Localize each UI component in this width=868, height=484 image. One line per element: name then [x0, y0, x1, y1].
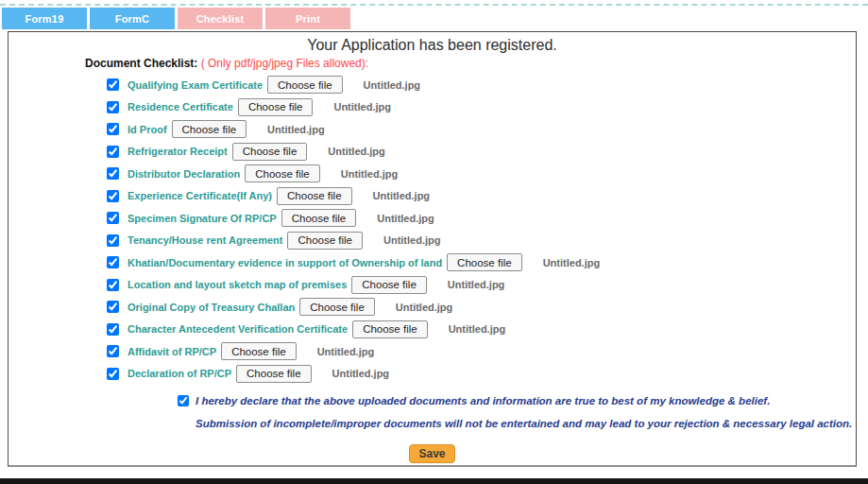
- item-label: Original Copy of Treasury Challan: [128, 302, 295, 313]
- item-label: Khatian/Documentary evidence in support …: [128, 257, 442, 268]
- tab-checklist[interactable]: Checklist: [178, 8, 263, 29]
- item-filename: Untitled.jpg: [449, 323, 506, 335]
- item-checkbox[interactable]: [107, 78, 119, 91]
- save-button-container: Save: [9, 444, 856, 463]
- checklist-row: Specimen Signature Of RP/CP Choose file …: [107, 207, 856, 230]
- checklist-row: Distributor Declaration Choose file Unti…: [107, 163, 856, 185]
- item-filename: Untitled.jpg: [341, 168, 399, 180]
- item-label: Experience Certificate(If Any): [128, 190, 272, 201]
- item-filename: Untitled.jpg: [364, 79, 421, 91]
- item-checkbox[interactable]: [107, 146, 119, 158]
- choose-file-button[interactable]: Choose file: [447, 253, 522, 271]
- checklist-row: Id Proof Choose file Untitled.jpg: [107, 118, 856, 141]
- tab-formc[interactable]: FormC: [90, 8, 175, 29]
- declaration-checkbox[interactable]: [178, 395, 189, 406]
- declaration-warning: Submission of incomplete/improper docume…: [196, 418, 852, 429]
- item-filename: Untitled.jpg: [267, 124, 325, 135]
- checklist-row: Affidavit of RP/CP Choose file Untitled.…: [107, 340, 856, 363]
- item-filename: Untitled.jpg: [396, 302, 453, 313]
- item-label: Tenancy/House rent Agreement: [128, 234, 282, 246]
- item-checkbox[interactable]: [107, 301, 119, 313]
- item-label: Distributor Declaration: [128, 168, 240, 180]
- item-checkbox[interactable]: [107, 345, 119, 357]
- choose-file-button[interactable]: Choose file: [299, 298, 375, 316]
- checklist-row: Residence Certificate Choose file Untitl…: [107, 96, 856, 119]
- item-checkbox[interactable]: [107, 101, 119, 113]
- item-filename: Untitled.jpg: [332, 368, 390, 379]
- page-title: Your Application has been registered.: [9, 36, 856, 54]
- item-label: Residence Certificate: [128, 101, 233, 112]
- tab-print[interactable]: Print: [265, 8, 350, 29]
- item-checkbox[interactable]: [107, 212, 119, 224]
- item-filename: Untitled.jpg: [383, 234, 441, 246]
- checklist-row: Declaration of RP/CP Choose file Untitle…: [107, 363, 856, 386]
- declaration-section: I hereby declare that the above uploaded…: [178, 395, 852, 429]
- choose-file-button[interactable]: Choose file: [351, 276, 427, 294]
- checklist-row: Experience Certificate(If Any) Choose fi…: [107, 185, 856, 208]
- item-label: Specimen Signature Of RP/CP: [128, 213, 277, 224]
- item-checkbox[interactable]: [107, 368, 119, 380]
- item-filename: Untitled.jpg: [448, 279, 505, 290]
- checklist-heading-note: ( Only pdf/jpg/jpeg Files allowed):: [201, 57, 368, 70]
- choose-file-button[interactable]: Choose file: [172, 120, 247, 138]
- choose-file-button[interactable]: Choose file: [221, 342, 297, 360]
- item-checkbox[interactable]: [107, 123, 119, 135]
- item-checkbox[interactable]: [107, 190, 119, 202]
- item-filename: Untitled.jpg: [317, 346, 375, 357]
- item-filename: Untitled.jpg: [333, 101, 391, 112]
- declaration-text: I hereby declare that the above uploaded…: [196, 395, 770, 406]
- checklist-row: Khatian/Documentary evidence in support …: [107, 251, 856, 274]
- item-label: Character Antecedent Verification Certif…: [128, 323, 348, 335]
- item-label: Refrigerator Receipt: [128, 146, 228, 157]
- item-checkbox[interactable]: [107, 323, 119, 336]
- checklist-heading: Document Checklist: ( Only pdf/jpg/jpeg …: [85, 57, 856, 70]
- item-filename: Untitled.jpg: [377, 213, 434, 224]
- item-filename: Untitled.jpg: [373, 190, 431, 201]
- top-dashed-divider: [0, 4, 868, 6]
- tab-bar: Form19 FormC Checklist Print: [2, 8, 350, 29]
- bottom-bar: [0, 478, 868, 484]
- checklist-heading-label: Document Checklist:: [85, 57, 197, 70]
- item-checkbox[interactable]: [107, 279, 119, 291]
- checklist-row: Refrigerator Receipt Choose file Untitle…: [107, 141, 856, 164]
- choose-file-button[interactable]: Choose file: [287, 232, 363, 250]
- choose-file-button[interactable]: Choose file: [277, 187, 352, 205]
- item-label: Declaration of RP/CP: [128, 368, 231, 379]
- checklist-row: Qualifying Exam Certificate Choose file …: [107, 74, 856, 96]
- checklist-row: Original Copy of Treasury Challan Choose…: [107, 296, 856, 319]
- checklist-row: Character Antecedent Verification Certif…: [107, 319, 856, 341]
- item-filename: Untitled.jpg: [543, 257, 601, 268]
- item-checkbox[interactable]: [107, 234, 119, 247]
- declaration-row: I hereby declare that the above uploaded…: [178, 395, 852, 406]
- item-label: Affidavit of RP/CP: [128, 346, 216, 357]
- application-panel: Your Application has been registered. Do…: [8, 31, 857, 467]
- tab-form19[interactable]: Form19: [2, 8, 87, 29]
- checklist-row: Location and layout sketch map of premis…: [107, 274, 856, 297]
- save-button[interactable]: Save: [409, 444, 454, 463]
- choose-file-button[interactable]: Choose file: [352, 320, 428, 338]
- item-label: Qualifying Exam Certificate: [128, 79, 263, 91]
- choose-file-button[interactable]: Choose file: [267, 76, 343, 94]
- item-checkbox[interactable]: [107, 256, 119, 268]
- item-checkbox[interactable]: [107, 167, 119, 180]
- choose-file-button[interactable]: Choose file: [245, 164, 320, 182]
- item-label: Id Proof: [128, 124, 167, 135]
- checklist-row: Tenancy/House rent Agreement Choose file…: [107, 230, 856, 252]
- choose-file-button[interactable]: Choose file: [232, 143, 308, 161]
- checklist-items: Qualifying Exam Certificate Choose file …: [107, 74, 856, 385]
- item-filename: Untitled.jpg: [328, 146, 385, 157]
- choose-file-button[interactable]: Choose file: [236, 365, 312, 383]
- choose-file-button[interactable]: Choose file: [281, 209, 357, 227]
- item-label: Location and layout sketch map of premis…: [128, 279, 347, 290]
- choose-file-button[interactable]: Choose file: [238, 98, 314, 116]
